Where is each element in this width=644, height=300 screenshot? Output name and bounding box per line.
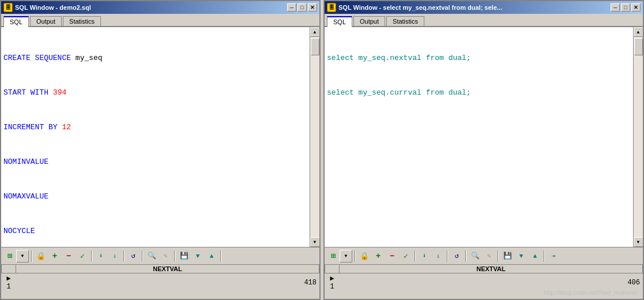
editor-right: select my_seq.nextval from dual; select …: [325, 27, 643, 247]
tab-bar-right: SQL Output Statistics: [325, 14, 643, 27]
div5-right: [498, 250, 499, 262]
window-icon-left: 🗄: [3, 3, 13, 12]
minimize-button-right[interactable]: ─: [611, 3, 620, 12]
toolbar-left: ⊞ ▼ 🔒 + − ✓ ⬇ ⇓ ↺ 🔍 ✎ 💾 ▼ ▲: [1, 247, 319, 264]
remove-btn-right[interactable]: −: [386, 250, 398, 262]
grid-dropdown-left[interactable]: ⊞ ▼: [3, 250, 29, 262]
tab-sql-right[interactable]: SQL: [327, 16, 352, 27]
div4-left: [142, 250, 143, 262]
binoculars-btn-left[interactable]: 🔍: [145, 250, 158, 262]
result-table-right: NEXTVAL ▶ 1 406: [325, 264, 643, 292]
row-header-right: [325, 265, 340, 273]
scroll-down-right[interactable]: ▼: [634, 237, 643, 247]
eraser-btn-right[interactable]: ✎: [483, 250, 495, 262]
row-indicator-left-1: ▶ 1: [2, 273, 16, 292]
up-arr-left[interactable]: ▲: [205, 250, 218, 262]
lock-btn-left[interactable]: 🔒: [35, 250, 47, 262]
scroll-track-left[interactable]: [310, 37, 320, 237]
window-icon-right: 🗄: [327, 3, 336, 12]
grid-dd-arrow-left[interactable]: ▼: [16, 250, 29, 262]
title-buttons-left: ─ □ ✕: [287, 3, 317, 12]
title-bar-left: 🗄 SQL Window - demo2.sql ─ □ ✕: [1, 1, 319, 14]
title-left-content: 🗄 SQL Window - demo2.sql: [3, 3, 91, 12]
div6-right: [544, 250, 545, 262]
code-content-right[interactable]: select my_seq.nextval from dual; select …: [325, 27, 633, 247]
div5-left: [174, 250, 175, 262]
watermark: http://blog.csdn.net/Ned_mahone: [544, 289, 637, 296]
extra-btn-right[interactable]: ⇥: [547, 250, 560, 262]
table-row-left-1: ▶ 1 418: [2, 273, 319, 292]
grid-btn-left[interactable]: ⊞: [3, 250, 16, 262]
div2-right: [415, 250, 416, 262]
window-title-left: SQL Window - demo2.sql: [15, 4, 91, 11]
add-btn-left[interactable]: +: [48, 250, 61, 262]
div1-left: [31, 250, 32, 262]
maximize-button-right[interactable]: □: [621, 3, 630, 12]
scrollbar-right[interactable]: ▲ ▼: [633, 27, 643, 247]
tab-bar-left: SQL Output Statistics: [1, 14, 319, 27]
close-button-right[interactable]: ✕: [631, 3, 641, 12]
scroll-up-left[interactable]: ▲: [310, 27, 320, 37]
code-content-left[interactable]: CREATE SEQUENCE my_seq START WITH 394 IN…: [1, 27, 310, 247]
tab-output-left[interactable]: Output: [30, 16, 62, 26]
left-window: 🗄 SQL Window - demo2.sql ─ □ ✕ SQL Outpu…: [0, 0, 321, 300]
tab-statistics-right[interactable]: Statistics: [386, 16, 424, 26]
maximize-button-left[interactable]: □: [297, 3, 307, 12]
window-title-right: SQL Window - select my_seq.nextval from …: [338, 4, 502, 11]
title-right-content: 🗄 SQL Window - select my_seq.nextval fro…: [327, 3, 502, 12]
down-arr2-left[interactable]: ⇓: [108, 250, 121, 262]
up-arr-right[interactable]: ▲: [529, 250, 541, 262]
div4-right: [465, 250, 466, 262]
check-btn-left[interactable]: ✓: [76, 250, 89, 262]
tab-output-right[interactable]: Output: [353, 16, 385, 26]
div6-left: [220, 250, 221, 262]
save-btn-right[interactable]: 💾: [501, 250, 514, 262]
title-bar-right: 🗄 SQL Window - select my_seq.nextval fro…: [325, 1, 643, 14]
eraser-btn-left[interactable]: ✎: [159, 250, 172, 262]
refresh-btn-right[interactable]: ↺: [450, 250, 463, 262]
grid-btn-right[interactable]: ⊞: [327, 250, 340, 262]
result-table-left: NEXTVAL ▶ 1 418: [1, 264, 319, 292]
col-nextval-left: NEXTVAL: [16, 265, 319, 273]
row-header-left: [2, 265, 16, 273]
refresh-btn-left[interactable]: ↺: [127, 250, 140, 262]
grid-dd-arrow-right[interactable]: ▼: [340, 250, 352, 262]
tab-sql-left[interactable]: SQL: [3, 16, 29, 27]
div3-left: [123, 250, 125, 262]
minimize-button-left[interactable]: ─: [287, 3, 296, 12]
row-indicator-right-1: ▶ 1: [325, 273, 340, 292]
div1-right: [355, 250, 356, 262]
scrollbar-left[interactable]: ▲ ▼: [310, 27, 319, 247]
save-btn-left[interactable]: 💾: [178, 250, 190, 262]
down-arr1-right[interactable]: ⬇: [418, 250, 431, 262]
editor-left: CREATE SEQUENCE my_seq START WITH 394 IN…: [1, 27, 319, 247]
check-btn-right[interactable]: ✓: [400, 250, 412, 262]
close-button-left[interactable]: ✕: [308, 3, 317, 12]
tab-statistics-left[interactable]: Statistics: [63, 16, 101, 26]
remove-btn-left[interactable]: −: [62, 250, 75, 262]
grid-left: NEXTVAL ▶ 1 418: [1, 264, 319, 299]
toolbar-right: ⊞ ▼ 🔒 + − ✓ ⬇ ⇓ ↺ 🔍 ✎ 💾 ▼ ▲ ⇥: [325, 247, 643, 264]
down-arr1-left[interactable]: ⬇: [95, 250, 107, 262]
down-arr3-right[interactable]: ▼: [515, 250, 528, 262]
title-buttons-right: ─ □ ✕: [611, 3, 641, 12]
grid-right: NEXTVAL ▶ 1 406 http://blog.csdn.net/Ned…: [325, 264, 643, 299]
scroll-up-right[interactable]: ▲: [634, 27, 643, 37]
add-btn-right[interactable]: +: [372, 250, 385, 262]
down-arr3-left[interactable]: ▼: [191, 250, 204, 262]
div2-left: [91, 250, 92, 262]
right-window: 🗄 SQL Window - select my_seq.nextval fro…: [323, 0, 644, 300]
scroll-thumb-left: [311, 38, 319, 55]
down-arr2-right[interactable]: ⇓: [432, 250, 445, 262]
lock-btn-right[interactable]: 🔒: [358, 250, 371, 262]
scroll-down-left[interactable]: ▼: [310, 237, 320, 247]
scroll-thumb-right: [634, 38, 643, 55]
grid-dropdown-right[interactable]: ⊞ ▼: [327, 250, 352, 262]
scroll-track-right[interactable]: [634, 37, 643, 237]
cell-nextval-left-1: 418: [16, 273, 319, 292]
binoculars-btn-right[interactable]: 🔍: [469, 250, 481, 262]
col-nextval-right: NEXTVAL: [340, 265, 643, 273]
div3-right: [447, 250, 448, 262]
